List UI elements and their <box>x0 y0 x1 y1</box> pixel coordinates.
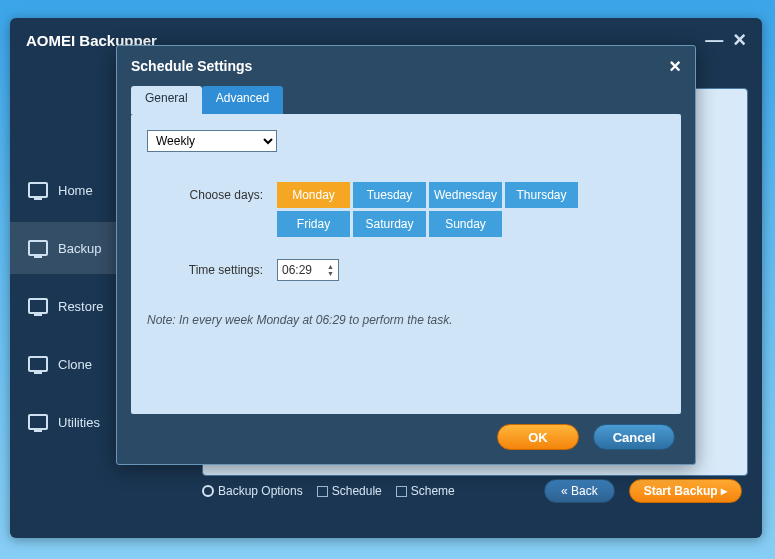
dialog-buttons: OK Cancel <box>117 414 695 460</box>
backup-options-link[interactable]: Backup Options <box>202 484 303 498</box>
tab-strip: General Advanced <box>117 86 695 114</box>
gear-icon <box>202 485 214 497</box>
day-wednesday[interactable]: Wednesday <box>429 182 502 208</box>
chevron-up-icon: ▲ <box>327 263 334 270</box>
day-saturday[interactable]: Saturday <box>353 211 426 237</box>
sidebar-item-label: Restore <box>58 299 104 314</box>
chevron-down-icon: ▼ <box>327 270 334 277</box>
frequency-select[interactable]: Weekly <box>147 130 277 152</box>
schedule-toggle[interactable]: Schedule <box>317 484 382 498</box>
footer-bar: Backup Options Schedule Scheme « Back St… <box>202 476 742 506</box>
dialog-titlebar: Schedule Settings × <box>117 46 695 86</box>
sidebar-item-label: Utilities <box>58 415 100 430</box>
dialog-body: Weekly Choose days: Monday Tuesday Wedne… <box>131 114 681 414</box>
checkbox-icon <box>317 486 328 497</box>
home-icon <box>28 182 48 198</box>
utilities-icon <box>28 414 48 430</box>
back-button[interactable]: « Back <box>544 479 615 503</box>
time-spinner[interactable]: ▲▼ <box>327 263 334 277</box>
day-friday[interactable]: Friday <box>277 211 350 237</box>
days-grid: Monday Tuesday Wednesday Thursday Friday… <box>277 182 587 237</box>
scheme-label: Scheme <box>411 484 455 498</box>
dialog-close-icon[interactable]: × <box>669 55 681 78</box>
sidebar-item-label: Clone <box>58 357 92 372</box>
sidebar-item-label: Home <box>58 183 93 198</box>
backup-options-label: Backup Options <box>218 484 303 498</box>
tab-general[interactable]: General <box>131 86 202 114</box>
restore-icon <box>28 298 48 314</box>
day-tuesday[interactable]: Tuesday <box>353 182 426 208</box>
schedule-label: Schedule <box>332 484 382 498</box>
time-label: Time settings: <box>147 263 277 277</box>
sidebar-item-label: Backup <box>58 241 101 256</box>
schedule-settings-dialog: Schedule Settings × General Advanced Wee… <box>116 45 696 465</box>
time-row: Time settings: 06:29 ▲▼ <box>147 259 665 281</box>
dialog-title: Schedule Settings <box>131 58 252 74</box>
time-input[interactable]: 06:29 ▲▼ <box>277 259 339 281</box>
day-monday[interactable]: Monday <box>277 182 350 208</box>
close-icon[interactable]: × <box>733 27 746 53</box>
start-backup-button[interactable]: Start Backup ▸ <box>629 479 742 503</box>
scheme-toggle[interactable]: Scheme <box>396 484 455 498</box>
minimize-icon[interactable]: — <box>705 30 723 51</box>
checkbox-icon <box>396 486 407 497</box>
choose-days-row: Choose days: Monday Tuesday Wednesday Th… <box>147 182 665 237</box>
day-thursday[interactable]: Thursday <box>505 182 578 208</box>
clone-icon <box>28 356 48 372</box>
cancel-button[interactable]: Cancel <box>593 424 675 450</box>
choose-days-label: Choose days: <box>147 182 277 202</box>
backup-icon <box>28 240 48 256</box>
schedule-note: Note: In every week Monday at 06:29 to p… <box>147 313 665 327</box>
time-value: 06:29 <box>282 263 312 277</box>
day-sunday[interactable]: Sunday <box>429 211 502 237</box>
tab-advanced[interactable]: Advanced <box>202 86 283 114</box>
ok-button[interactable]: OK <box>497 424 579 450</box>
